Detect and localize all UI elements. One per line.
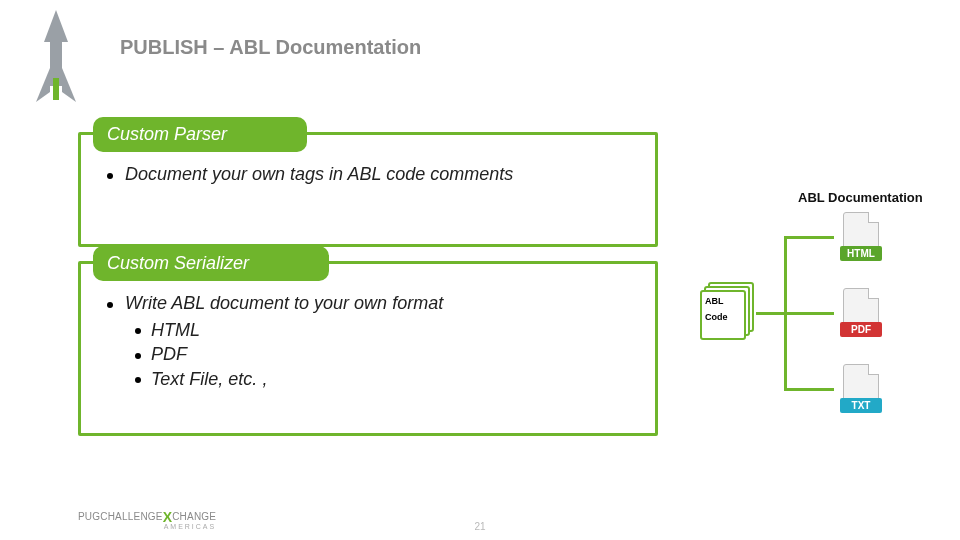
file-icon-html: HTML (840, 212, 882, 264)
block-custom-parser: Custom Parser Document your own tags in … (78, 132, 658, 247)
block2-content: Write ABL document to your own format HT… (81, 264, 655, 402)
slide-title: PUBLISH – ABL Documentation (120, 36, 421, 59)
sub-bullet: Text File, etc. , (135, 368, 641, 391)
branch-line (756, 312, 784, 315)
slide-logo (6, 8, 106, 108)
stack-label-1: ABL (705, 296, 741, 306)
sub-bullet: PDF (135, 343, 641, 366)
badge-html: HTML (840, 246, 882, 261)
abl-code-stack: ABL Code (700, 282, 758, 342)
bullet: Write ABL document to your own format HT… (107, 292, 641, 390)
bullet-text: Write ABL document to your own format (125, 293, 443, 313)
file-icon-txt: TXT (840, 364, 882, 416)
bullet: Document your own tags in ABL code comme… (107, 163, 641, 186)
diagram-heading: ABL Documentation (798, 190, 923, 205)
branch-line (784, 236, 834, 239)
stack-label-2: Code (705, 312, 741, 322)
page-number: 21 (0, 521, 960, 532)
block-custom-serializer: Custom Serializer Write ABL document to … (78, 261, 658, 436)
sub-bullet: HTML (135, 319, 641, 342)
branch-line (784, 312, 834, 315)
branch-line (784, 388, 834, 391)
badge-txt: TXT (840, 398, 882, 413)
pill-custom-parser: Custom Parser (93, 117, 307, 152)
badge-pdf: PDF (840, 322, 882, 337)
file-icon-pdf: PDF (840, 288, 882, 340)
svg-rect-0 (53, 78, 59, 100)
pill-custom-serializer: Custom Serializer (93, 246, 329, 281)
